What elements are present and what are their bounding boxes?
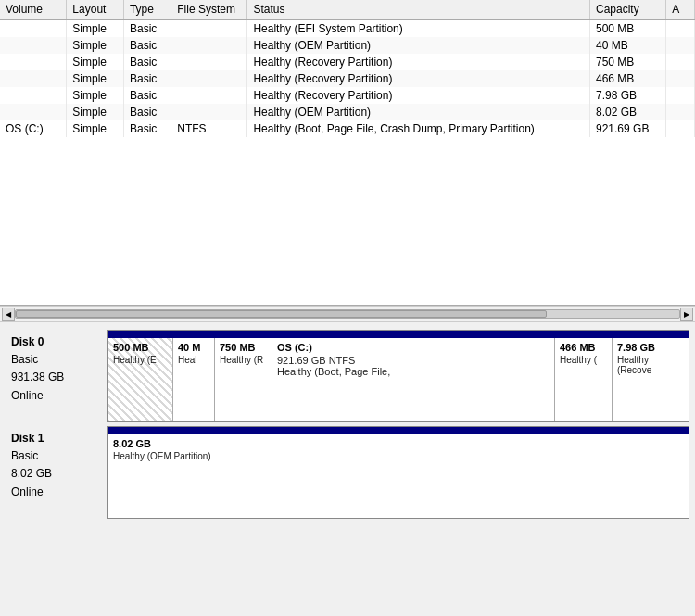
bottom-disk-panel[interactable]: Disk 0 Basic 931.38 GB Online 500 MB Hea… (0, 322, 695, 616)
table-cell: 921.69 GB (590, 120, 666, 137)
disk-1-partition-0[interactable]: 8.02 GB Healthy (OEM Partition) (108, 434, 689, 518)
table-cell: Healthy (EFI System Partition) (247, 19, 590, 37)
partition-5-status: Healthy (Recove (617, 355, 684, 375)
partition-4-status: Healthy ( (560, 355, 607, 365)
table-cell (171, 104, 247, 120)
table-cell (666, 19, 695, 37)
table-cell: Healthy (Recovery Partition) (247, 54, 590, 70)
table-cell (0, 19, 67, 37)
disk-1-bar (108, 427, 689, 434)
table-row[interactable]: SimpleBasicHealthy (OEM Partition)8.02 G… (0, 104, 695, 120)
scroll-track[interactable] (15, 309, 680, 319)
col-layout[interactable]: Layout (67, 0, 124, 19)
disk-0-partition-3[interactable]: OS (C:) 921.69 GB NTFS Healthy (Boot, Pa… (272, 338, 555, 421)
col-filesystem[interactable]: File System (171, 0, 247, 19)
table-cell: Basic (123, 120, 171, 137)
table-cell: 7.98 GB (590, 87, 666, 104)
partition-5-size: 7.98 GB (617, 342, 684, 353)
disk-0-partition-5[interactable]: 7.98 GB Healthy (Recove (613, 338, 689, 421)
partition-2-status: Healthy (R (220, 355, 267, 365)
disk-0-partitions: 500 MB Healthy (E 40 M Heal 750 MB Healt… (108, 338, 689, 421)
disk-0-partition-4[interactable]: 466 MB Healthy ( (555, 338, 613, 421)
table-cell: Basic (123, 87, 171, 104)
table-cell (666, 54, 695, 70)
table-cell: 466 MB (590, 70, 666, 87)
disk-0-visual: 500 MB Healthy (E 40 M Heal 750 MB Healt… (107, 330, 689, 422)
table-cell: Healthy (Recovery Partition) (247, 87, 590, 104)
table-row[interactable]: SimpleBasicHealthy (OEM Partition)40 MB (0, 37, 695, 54)
partition-table: Volume Layout Type File System Status Ca… (0, 0, 695, 137)
disk-1-size: 8.02 GB (11, 465, 102, 483)
table-cell (666, 37, 695, 54)
table-row[interactable]: SimpleBasicHealthy (Recovery Partition)7… (0, 54, 695, 70)
scroll-thumb[interactable] (16, 310, 547, 318)
table-cell: 500 MB (590, 19, 666, 37)
table-cell (171, 54, 247, 70)
partition-1-size: 40 M (178, 342, 209, 353)
table-cell (0, 87, 67, 104)
table-cell (0, 54, 67, 70)
table-cell (171, 37, 247, 54)
table-cell (0, 70, 67, 87)
table-cell: Healthy (Recovery Partition) (247, 70, 590, 87)
table-cell: 8.02 GB (590, 104, 666, 120)
table-cell: Simple (67, 70, 124, 87)
partition-table-container[interactable]: Volume Layout Type File System Status Ca… (0, 0, 695, 305)
table-cell: 750 MB (590, 54, 666, 70)
disk-0-bar (108, 331, 689, 338)
table-header-row: Volume Layout Type File System Status Ca… (0, 0, 695, 19)
disk-1-name: Disk 1 (11, 430, 102, 447)
table-cell: Basic (123, 54, 171, 70)
partition-2-size: 750 MB (220, 342, 267, 353)
table-cell (666, 104, 695, 120)
table-cell (171, 87, 247, 104)
table-cell: 40 MB (590, 37, 666, 54)
top-table-panel: Volume Layout Type File System Status Ca… (0, 0, 695, 306)
table-cell: Simple (67, 54, 124, 70)
partition-0-status: Healthy (E (113, 355, 168, 365)
col-volume[interactable]: Volume (0, 0, 67, 19)
table-cell: Simple (67, 104, 124, 120)
table-cell: Simple (67, 120, 124, 137)
disk-0-partition-2[interactable]: 750 MB Healthy (R (215, 338, 272, 421)
disk-0-partition-1[interactable]: 40 M Heal (173, 338, 215, 421)
table-cell: Healthy (OEM Partition) (247, 104, 590, 120)
disk-1-status: Online (11, 484, 102, 501)
scroll-right-button[interactable]: ▶ (680, 308, 693, 321)
table-cell (0, 104, 67, 120)
col-extra[interactable]: A (666, 0, 695, 19)
disk-1-row: Disk 1 Basic 8.02 GB Online 8.02 GB Heal… (6, 426, 689, 519)
table-cell (666, 120, 695, 137)
table-cell (0, 37, 67, 54)
disk-0-size: 931.38 GB (11, 369, 102, 386)
disk-1-type: Basic (11, 447, 102, 465)
disk-0-type: Basic (11, 351, 102, 369)
disk-0-status: Online (11, 387, 102, 405)
partition-0-size: 500 MB (113, 342, 168, 353)
partition-3-label: OS (C:) (277, 342, 550, 353)
table-row[interactable]: SimpleBasicHealthy (Recovery Partition)4… (0, 70, 695, 87)
col-type[interactable]: Type (123, 0, 171, 19)
disk-0-row: Disk 0 Basic 931.38 GB Online 500 MB Hea… (6, 330, 689, 422)
table-cell: Healthy (Boot, Page File, Crash Dump, Pr… (247, 120, 590, 137)
table-cell: Healthy (OEM Partition) (247, 37, 590, 54)
table-row[interactable]: SimpleBasicHealthy (Recovery Partition)7… (0, 87, 695, 104)
partition-1-status: Heal (178, 355, 209, 365)
disk1-partition-0-size: 8.02 GB (113, 438, 684, 449)
scroll-left-button[interactable]: ◀ (2, 308, 15, 321)
table-cell: Basic (123, 104, 171, 120)
horizontal-scrollbar[interactable]: ◀ ▶ (0, 306, 695, 322)
disk-0-info: Disk 0 Basic 931.38 GB Online (6, 330, 107, 422)
col-status[interactable]: Status (247, 0, 590, 19)
partition-4-size: 466 MB (560, 342, 607, 353)
table-cell: Simple (67, 19, 124, 37)
table-cell (666, 87, 695, 104)
table-row[interactable]: OS (C:)SimpleBasicNTFSHealthy (Boot, Pag… (0, 120, 695, 137)
disk-1-partitions: 8.02 GB Healthy (OEM Partition) (108, 434, 689, 518)
disk-0-partition-0[interactable]: 500 MB Healthy (E (108, 338, 173, 421)
table-cell: Basic (123, 70, 171, 87)
col-capacity[interactable]: Capacity (590, 0, 666, 19)
table-cell: Simple (67, 87, 124, 104)
table-row[interactable]: SimpleBasicHealthy (EFI System Partition… (0, 19, 695, 37)
table-cell: Basic (123, 37, 171, 54)
